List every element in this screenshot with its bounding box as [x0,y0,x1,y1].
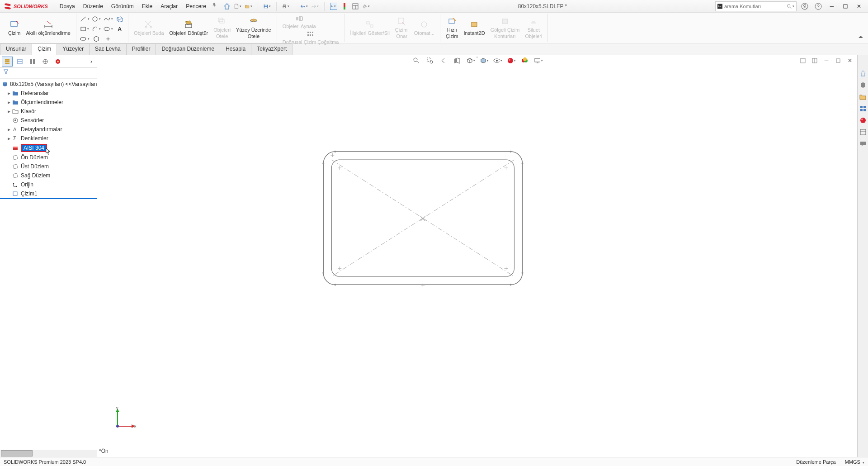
zoom-fit-icon[interactable] [412,56,421,65]
menu-tools[interactable]: Araçlar [157,1,181,11]
tree-item-material[interactable]: AISI 304 [0,143,97,153]
taskpane-forum-icon[interactable] [859,139,868,148]
text-tool-icon[interactable]: A [114,24,125,33]
polygon-tool-icon[interactable] [91,34,102,43]
zoom-area-icon[interactable] [425,56,434,65]
save-icon[interactable]: ▾ [264,3,271,10]
expand-icon[interactable]: ▸ [6,90,12,96]
feature-manager-tab-icon[interactable] [2,57,13,67]
spline-tool-icon[interactable]: ▾ [103,14,113,24]
tab-sheetmetal[interactable]: Sac Levha [89,43,127,55]
view-settings-icon[interactable]: ▾ [534,56,543,65]
select-cursor-icon[interactable]: ▾ [330,3,337,10]
new-doc-icon[interactable]: ▾ [234,3,241,10]
tree-item-folder[interactable]: ▸ Klasör [0,107,97,116]
offset-surface-button[interactable]: Yüzey Üzerinde Ötele [233,15,274,40]
options-gear-icon[interactable]: ▾ [363,3,370,10]
user-account-icon[interactable] [799,2,810,11]
rectangle-tool-icon[interactable]: ▾ [79,24,90,33]
view-orientation-icon[interactable]: ▾ [466,56,475,65]
apply-scene-icon[interactable] [520,56,529,65]
tab-tekyazxpert[interactable]: TekyazXpert [251,43,292,55]
taskpane-view-palette-icon[interactable] [859,104,868,113]
doc-minimize-icon[interactable]: ─ [822,56,831,65]
point-tool-icon[interactable] [103,34,113,43]
tree-item-sensors[interactable]: Sensörler [0,116,97,125]
print-icon[interactable]: ▾ [282,3,289,10]
property-manager-tab-icon[interactable] [14,57,25,67]
slot-tool-icon[interactable]: ▾ [79,34,90,43]
quick-sketch-button[interactable]: Hızlı Çizim [443,15,461,40]
edit-appearance-icon[interactable]: ▾ [507,56,516,65]
taskpane-appearances-icon[interactable] [859,116,868,125]
menu-window[interactable]: Pencere [182,1,210,11]
taskpane-home-icon[interactable] [859,69,868,78]
home-icon[interactable] [223,3,231,10]
doc-maximize-icon[interactable] [834,56,843,65]
close-button[interactable]: ✕ [854,2,864,11]
expand-icon[interactable]: ▸ [6,108,12,114]
doc-close-icon[interactable]: ✕ [845,56,854,65]
menu-view[interactable]: Görünüm [108,1,137,11]
ribbon-collapse-icon[interactable] [856,32,865,42]
tab-evaluate[interactable]: Hesapla [220,43,251,55]
help-icon[interactable]: ? [813,2,824,11]
doc-layout2-icon[interactable] [810,56,819,65]
tree-item-references[interactable]: ▸ Referanslar [0,89,97,98]
configuration-manager-tab-icon[interactable] [27,57,38,67]
convert-entities-button[interactable]: Objeleri Dönüştür [167,19,211,37]
undo-icon[interactable]: ▾ [301,3,308,10]
tab-direct-edit[interactable]: Doğrudan Düzenleme [156,43,220,55]
command-search-box[interactable]: ▾ [715,1,797,11]
expand-icon[interactable]: ▸ [6,135,12,142]
sketch-button[interactable]: Çizim [5,19,24,37]
expand-icon[interactable]: ▸ [6,99,12,105]
panel-horizontal-scrollbar[interactable] [0,450,97,457]
scrollbar-thumb[interactable] [1,450,33,456]
tree-item-sketch1[interactable]: Çizim1 [0,189,97,199]
tab-features[interactable]: Unsurlar [0,43,32,55]
tree-item-dimensions[interactable]: ▸ Ölçümlendirmeler [0,98,97,107]
taskpane-properties-icon[interactable] [859,128,868,137]
arc-tool-icon[interactable]: ▾ [91,24,102,33]
search-icon[interactable] [787,4,792,9]
fillet-tool-icon[interactable] [114,34,125,43]
tree-item-origin[interactable]: Orijin [0,180,97,189]
plane-tool-icon[interactable] [114,14,125,24]
menu-edit[interactable]: Düzenle [80,1,107,11]
tab-sketch[interactable]: Çizim [32,43,57,55]
minimize-button[interactable]: ─ [826,2,837,11]
expand-icon[interactable]: ▸ [6,126,12,133]
tab-surfaces[interactable]: Yüzeyler [57,43,90,55]
tree-item-top-plane[interactable]: Üst Düzlem [0,162,97,171]
tree-item-right-plane[interactable]: Sağ Düzlem [0,171,97,180]
search-dropdown-icon[interactable]: ▾ [793,5,794,8]
taskpane-library-icon[interactable] [859,92,868,101]
tree-item-equations[interactable]: ▸ Σ Denklemler [0,134,97,143]
display-style-icon[interactable]: ▾ [480,56,489,65]
tree-item-front-plane[interactable]: Ön Düzlem [0,153,97,162]
redo-icon[interactable]: ▾ [311,3,319,10]
tab-profiles[interactable]: Profiller [126,43,156,55]
taskpane-resources-icon[interactable] [859,81,868,90]
smart-dimension-button[interactable]: Akıllı ölçümlendirme [24,19,73,37]
tree-filter-row[interactable] [0,68,97,79]
pin-menu-icon[interactable] [211,1,218,9]
status-units[interactable]: MMGS ▾ [845,459,864,465]
menu-file[interactable]: Dosya [56,1,79,11]
hide-show-icon[interactable]: ▾ [493,56,502,65]
properties-icon[interactable] [352,3,359,10]
display-manager-tab-icon[interactable] [52,57,63,67]
open-doc-icon[interactable]: ▾ [245,3,252,10]
line-tool-icon[interactable]: ▾ [79,14,90,24]
circle-tool-icon[interactable]: ▾ [91,14,102,24]
previous-view-icon[interactable] [439,56,448,65]
view-triad[interactable]: y x [111,406,138,434]
rebuild-icon[interactable] [341,3,348,10]
sketch-canvas[interactable] [97,68,857,416]
doc-layout1-icon[interactable] [798,56,807,65]
section-view-icon[interactable] [453,56,462,65]
ellipse-tool-icon[interactable]: ▾ [103,24,113,33]
maximize-button[interactable] [840,2,851,11]
tree-item-annotations[interactable]: ▸ A Detaylandırmalar [0,125,97,134]
